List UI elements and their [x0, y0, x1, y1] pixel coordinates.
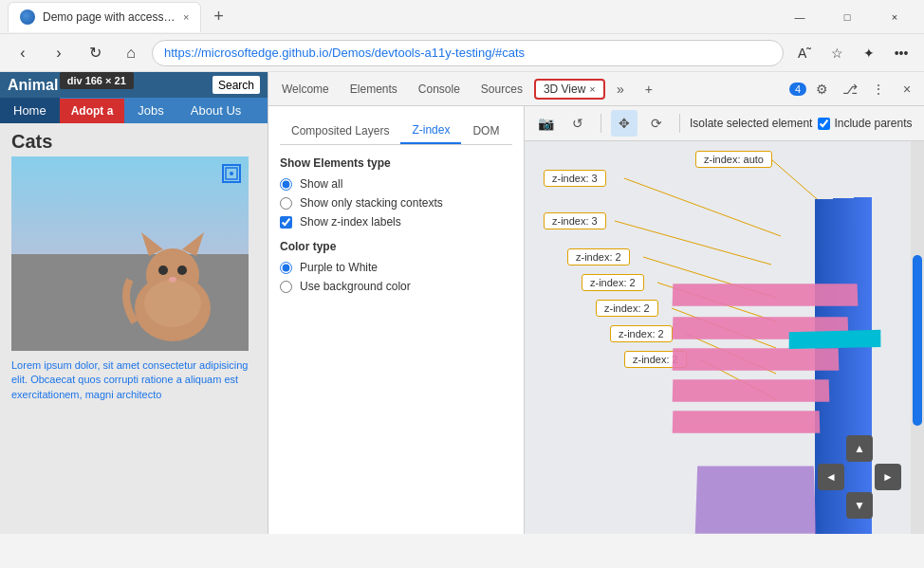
issues-badge[interactable]: 4	[789, 82, 806, 96]
tab-elements[interactable]: Elements	[341, 79, 407, 100]
cat-svg	[111, 223, 234, 346]
refresh-button[interactable]: ↻	[80, 38, 110, 68]
purple-to-white-radio[interactable]	[280, 262, 292, 274]
new-tab-button[interactable]: +	[205, 4, 231, 30]
pink-layer-0	[673, 284, 859, 305]
home-nav-item[interactable]: Home	[0, 98, 60, 123]
zindex-label-5: z-index: 2	[610, 325, 673, 342]
zindex-label-0: z-index: 3	[544, 170, 606, 187]
screenshot-btn[interactable]: 📷	[532, 110, 559, 137]
sub-tab-zindex[interactable]: Z-index	[400, 118, 461, 144]
color-type-title: Color type	[280, 240, 512, 253]
purple-shape	[695, 467, 816, 534]
show-all-radio[interactable]	[280, 178, 292, 191]
canvas-3d[interactable]: z-index: 3 z-index: auto z-index: 3 z-in…	[525, 141, 924, 534]
nav-up-arrow[interactable]: ▲	[846, 435, 873, 462]
show-all-label: Show all	[300, 177, 342, 191]
pink-layer-4	[673, 411, 821, 432]
sub-tab-composited[interactable]: Composited Layers	[280, 118, 400, 144]
back-button[interactable]: ‹	[8, 38, 38, 68]
view-toolbar: 📷 ↺ ✥ ⟳ Isolate selected element Include…	[525, 106, 924, 141]
address-input[interactable]	[152, 40, 784, 66]
new-devtools-tab-button[interactable]: +	[636, 76, 662, 102]
home-button[interactable]: ⌂	[116, 38, 146, 68]
tab-sources[interactable]: Sources	[471, 79, 532, 100]
show-only-stacking-radio[interactable]	[280, 197, 292, 210]
cyan-bar	[789, 330, 881, 349]
jobs-nav-item[interactable]: Jobs	[124, 98, 176, 123]
tab-console[interactable]: Console	[409, 79, 470, 100]
scrollbar-thumb[interactable]	[913, 255, 922, 426]
pink-layer-2	[673, 348, 840, 370]
refresh-view-btn[interactable]: ↺	[564, 110, 591, 137]
svg-point-5	[177, 266, 187, 275]
more-icon[interactable]: •••	[886, 38, 916, 68]
scrollbar-track[interactable]	[911, 141, 924, 534]
pink-layer-3	[673, 379, 830, 401]
separator2	[679, 114, 680, 133]
tab-close-btn[interactable]: ×	[183, 11, 189, 23]
show-only-stacking-option[interactable]: Show only stacking contexts	[280, 196, 512, 210]
browser-tab[interactable]: Demo page with accessibility iss ×	[8, 2, 201, 32]
nav-left-arrow[interactable]: ◄	[818, 464, 844, 490]
inspect-overlay-icon	[222, 164, 241, 183]
isolate-label: Isolate selected element	[690, 117, 812, 130]
show-zindex-labels-checkbox[interactable]	[280, 216, 292, 229]
tab-3d-close[interactable]: ×	[589, 83, 595, 95]
rotate-btn[interactable]: ⟳	[643, 110, 670, 137]
show-zindex-labels-option[interactable]: Show z-index labels	[280, 215, 512, 229]
view-3d-panel: Composited Layers Z-index DOM Show Eleme…	[268, 106, 924, 534]
sub-tab-dom[interactable]: DOM	[461, 118, 510, 144]
title-bar: Demo page with accessibility iss × + — □…	[0, 0, 924, 34]
adopt-btn-container: Adopt a div 166 × 21	[60, 99, 125, 123]
share-button[interactable]: ⎇	[837, 76, 863, 102]
minimize-button[interactable]: —	[778, 2, 822, 32]
search-box[interactable]: Search	[213, 76, 260, 94]
close-button[interactable]: ×	[873, 2, 916, 32]
include-parents-label: Include parents	[834, 117, 912, 130]
separator	[601, 114, 601, 133]
about-nav-item[interactable]: About Us	[177, 98, 254, 123]
settings-button[interactable]: ⚙	[808, 76, 835, 102]
svg-line-12	[615, 221, 771, 265]
purple-to-white-label: Purple to White	[300, 261, 378, 274]
toolbar-icons: A˜ ☆ ✦ •••	[789, 38, 916, 68]
use-background-option[interactable]: Use background color	[280, 280, 512, 293]
forward-button[interactable]: ›	[44, 38, 74, 68]
use-background-radio[interactable]	[280, 281, 292, 293]
tab-welcome[interactable]: Welcome	[272, 79, 339, 100]
adopt-button[interactable]: Adopt a div 166 × 21	[60, 99, 125, 123]
include-parents-check[interactable]: Include parents	[818, 117, 912, 130]
devtools-close-button[interactable]: ×	[894, 76, 920, 102]
main-area: Animal Search Home Adopt a div 166 × 21 …	[0, 72, 924, 534]
devtools-panel: Welcome Elements Console Sources 3D View…	[268, 72, 924, 534]
svg-point-4	[158, 266, 168, 275]
show-all-option[interactable]: Show all	[280, 177, 512, 191]
show-zindex-labels-label: Show z-index labels	[300, 215, 401, 229]
zindex-label-2: z-index: 2	[567, 248, 630, 266]
svg-line-10	[624, 178, 781, 236]
tab-3d-view[interactable]: 3D View ×	[534, 79, 605, 100]
purple-to-white-option[interactable]: Purple to White	[280, 261, 512, 274]
pan-btn[interactable]: ✥	[611, 110, 638, 137]
nav-down-arrow[interactable]: ▼	[846, 492, 873, 519]
favorites-icon[interactable]: ☆	[822, 38, 852, 68]
mobile-button[interactable]: ⋮	[865, 76, 892, 102]
webpage-preview: Animal Search Home Adopt a div 166 × 21 …	[0, 72, 268, 534]
copilot-icon[interactable]: ✦	[854, 38, 884, 68]
zindex-label-4: z-index: 2	[596, 300, 658, 317]
show-elements-title: Show Elements type	[280, 156, 512, 170]
cat-image	[11, 156, 249, 351]
use-background-label: Use background color	[300, 280, 411, 293]
svg-point-9	[230, 172, 233, 175]
nav-right-arrow[interactable]: ►	[875, 464, 901, 490]
canvas-area: 📷 ↺ ✥ ⟳ Isolate selected element Include…	[525, 106, 924, 534]
zindex-label-auto: z-index: auto	[695, 151, 772, 168]
read-aloud-icon[interactable]: A˜	[789, 38, 820, 68]
address-bar-row: ‹ › ↻ ⌂ A˜ ☆ ✦ •••	[0, 34, 924, 72]
lorem-text: Lorem ipsum dolor, sit amet consectetur …	[0, 351, 268, 410]
include-parents-checkbox[interactable]	[818, 118, 830, 130]
maximize-button[interactable]: □	[825, 2, 869, 32]
more-tabs-button[interactable]: »	[607, 76, 634, 102]
controls-panel: Composited Layers Z-index DOM Show Eleme…	[268, 106, 525, 534]
